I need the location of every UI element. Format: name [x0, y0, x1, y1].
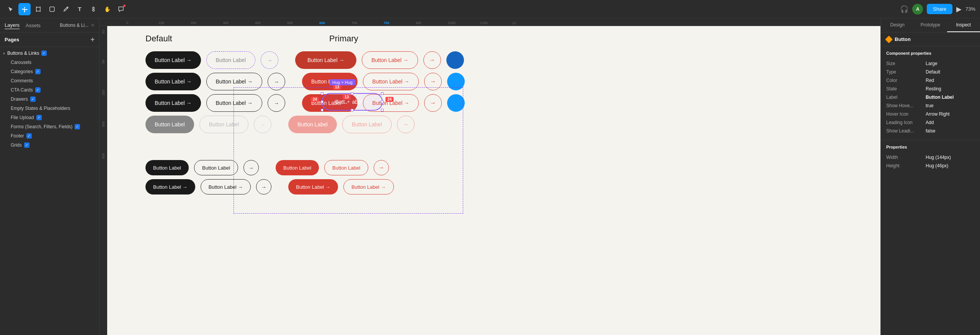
btn-outline-sm-6[interactable]: Button Label →	[201, 179, 251, 194]
play-icon[interactable]: ▶	[956, 5, 962, 13]
btn-dashed-arrow[interactable]: →	[261, 51, 278, 69]
layer-item-label: CTA Cards	[11, 87, 33, 93]
pages-add-button[interactable]: +	[90, 36, 95, 44]
btn-dark-3[interactable]: Button Label →	[145, 94, 201, 112]
btn-dashed-outline[interactable]: Button Label	[206, 51, 256, 69]
prop-value-label: Button Label	[926, 95, 954, 100]
btn-red-2[interactable]: Button Label →	[302, 73, 358, 90]
ruler-left: 53 99 200 300 400	[100, 26, 107, 335]
button-row-6: Button Label → Button Label → → Button L…	[145, 179, 865, 194]
layer-item-drawers[interactable]: Drawers ✓	[0, 95, 99, 104]
layer-item-buttons-links[interactable]: ▾ Buttons & Links ✓	[0, 49, 99, 58]
component-tool[interactable]	[87, 3, 100, 15]
ruler-marks: 0 100 200 300 400 500 606 700 750 900 10…	[100, 21, 544, 25]
btn-dark-2[interactable]: Button Label →	[145, 73, 201, 90]
btn-red-light-arrow-4[interactable]: →	[397, 116, 415, 133]
prop-value-size: Large	[926, 61, 938, 66]
btn-red-outline[interactable]: Button Label →	[362, 51, 418, 69]
button-row-1: Button Label → Button Label → Button Lab…	[145, 51, 865, 69]
headphones-icon[interactable]: 🎧	[900, 5, 908, 13]
prop-label-show-leading: Show Leadi...	[886, 128, 923, 134]
btn-gray-arrow-4[interactable]: →	[254, 116, 271, 133]
diamond-icon	[885, 36, 893, 43]
btn-outline-arrow-3[interactable]: →	[268, 94, 285, 112]
layer-item-grids[interactable]: Grids ✓	[0, 141, 99, 150]
btn-red-outline-sm-5[interactable]: Button Label	[324, 160, 368, 175]
tab-layers[interactable]: Layers	[5, 21, 20, 29]
prop-width: Width Hug (144px)	[886, 153, 975, 162]
btn-dark-sm-5[interactable]: Button Label	[145, 160, 189, 175]
ruler-num: 200	[101, 90, 105, 95]
btn-blue-circle-3[interactable]	[447, 94, 465, 112]
frame-tool[interactable]	[32, 3, 44, 15]
prop-leading-icon: Leading Icon Add	[886, 118, 975, 127]
btn-outline-arrow-sm-6[interactable]: →	[256, 179, 271, 194]
btn-outline-arrow-sm-5[interactable]: →	[243, 160, 259, 175]
btn-dark-sm-6[interactable]: Button Label →	[145, 179, 195, 194]
design-canvas: Default Primary 13 24 24 13	[107, 26, 880, 202]
tab-assets[interactable]: Assets	[26, 22, 41, 29]
btn-red-outline-3[interactable]: Button Label →	[363, 94, 419, 112]
comment-tool[interactable]	[115, 3, 127, 15]
btn-red-sm-5[interactable]: Button Label	[276, 160, 319, 175]
tab-inspect[interactable]: Inspect	[947, 18, 980, 32]
btn-red-outline-2[interactable]: Button Label →	[363, 73, 419, 90]
btn-red-outline-light-4[interactable]: Button Label	[342, 116, 392, 133]
btn-gray-outline-4[interactable]: Button Label	[199, 116, 249, 133]
btn-red-outline-arrow-sm-5[interactable]: →	[374, 160, 389, 175]
layer-item-label: Categories	[11, 69, 33, 74]
btn-red-outline-arrow[interactable]: →	[423, 51, 441, 69]
btn-outline-arrow-2[interactable]: →	[268, 73, 285, 90]
prop-label-show-hover: Show Hove...	[886, 103, 923, 108]
prop-size: Size Large	[886, 59, 975, 68]
layer-item-categories[interactable]: Categories ✓	[0, 67, 99, 76]
layer-item-forms[interactable]: Forms (Search, Filters, Fields) ✓	[0, 122, 99, 131]
button-row-3: Button Label → Button Label → → Button L…	[145, 94, 865, 112]
btn-red-sm-6[interactable]: Button Label →	[288, 179, 338, 194]
zoom-level[interactable]: 73%	[965, 6, 975, 12]
move-tool[interactable]	[18, 3, 31, 15]
btn-blue-circle-2[interactable]	[447, 73, 465, 90]
layer-item-file-upload[interactable]: File Upload ✓	[0, 113, 99, 122]
btn-red-outline-arrow-2[interactable]: →	[424, 73, 442, 90]
prop-show-leading: Show Leadi... false	[886, 127, 975, 135]
layer-item-cta-cards[interactable]: CTA Cards ✓	[0, 85, 99, 95]
btn-red-outline-sm-6[interactable]: Button Label →	[343, 179, 394, 194]
layer-item-comments[interactable]: Comments	[0, 76, 99, 85]
btn-outline-2[interactable]: Button Label →	[206, 73, 263, 90]
pen-tool[interactable]	[60, 3, 72, 15]
btn-red-outline-arrow-3[interactable]: →	[424, 94, 442, 112]
ruler-num: 53	[101, 30, 105, 34]
btn-red-light-4[interactable]: Button Label	[288, 116, 337, 133]
btn-dark-arrow[interactable]: Button Label →	[145, 51, 201, 69]
text-tool[interactable]: T	[74, 3, 86, 15]
tab-prototype[interactable]: Prototype	[914, 18, 947, 32]
ruler-num: 300	[101, 121, 105, 127]
btn-gray-4[interactable]: Button Label	[145, 116, 194, 133]
layer-item-footer[interactable]: Footer ✓	[0, 131, 99, 141]
btn-outline-sm-5[interactable]: Button Label	[194, 160, 238, 175]
prop-show-hover: Show Hove... true	[886, 101, 975, 110]
layer-item-carousels[interactable]: Carousels	[0, 58, 99, 67]
svg-rect-0	[36, 7, 40, 11]
shape-tool[interactable]	[46, 3, 58, 15]
layer-item-empty-states[interactable]: Empty States & Placeholders	[0, 104, 99, 113]
button-row-2: Button Label → Button Label → → Button L…	[145, 73, 865, 90]
share-button[interactable]: Share	[927, 4, 952, 14]
component-properties-title: Component properties	[886, 51, 975, 56]
close-icon[interactable]: ✕	[91, 23, 95, 28]
prop-label-width: Width	[886, 155, 923, 160]
btn-blue-circle[interactable]	[446, 51, 464, 69]
ruler-num: 99	[101, 60, 105, 64]
cursor-select-tool[interactable]	[5, 3, 17, 15]
canvas-content[interactable]: Default Primary 13 24 24 13	[107, 26, 880, 335]
component-name-row: Button	[881, 33, 980, 46]
btn-outline-3[interactable]: Button Label →	[206, 94, 263, 112]
prop-height: Height Hug (46px)	[886, 162, 975, 170]
btn-primary-selected[interactable]: Button Label →	[295, 51, 356, 69]
hand-tool[interactable]: ✋	[101, 3, 113, 15]
tab-design[interactable]: Design	[881, 18, 914, 32]
ruler-mark: 1100	[480, 21, 512, 25]
button-row-4: Button Label Button Label → Button Label…	[145, 116, 865, 133]
btn-red-3[interactable]: Button Label →	[302, 94, 358, 112]
